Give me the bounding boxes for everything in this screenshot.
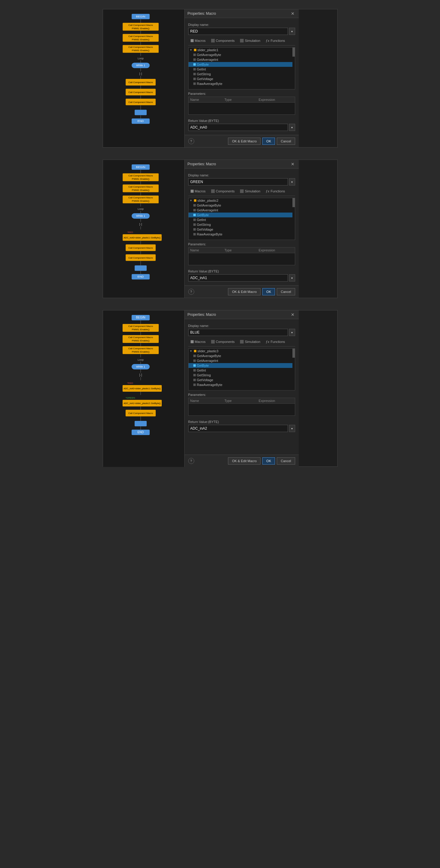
tree-item-3-1[interactable]: GetAverageInt	[188, 358, 295, 363]
cancel-button-1[interactable]: Cancel	[277, 137, 295, 145]
tree-item-1-3[interactable]: GetInt	[188, 67, 295, 72]
params-table-1: Name Type Expression	[188, 97, 295, 115]
tab-simulation-3[interactable]: Simulation	[238, 339, 263, 344]
component-icon-1	[211, 39, 215, 42]
svg-text:BEGIN: BEGIN	[136, 15, 145, 18]
help-button-2[interactable]: ?	[188, 289, 194, 295]
display-name-input-2[interactable]	[188, 178, 288, 185]
return-value-input-1[interactable]	[188, 124, 288, 131]
return-value-label-2: Return Value:(BYTE)	[188, 270, 295, 273]
display-name-dropdown-3[interactable]: ▾	[289, 329, 295, 336]
ok-button-1[interactable]: OK	[262, 137, 275, 145]
tab-macros-label-3: Macros	[195, 340, 206, 343]
tree-item-3-5[interactable]: GetVoltage	[188, 377, 295, 382]
tree-item-icon-1-6	[193, 83, 196, 85]
tree-item-3-3[interactable]: GetInt	[188, 368, 295, 373]
tree-item-2-0[interactable]: GetAverageByte	[188, 203, 295, 208]
ok-edit-button-3[interactable]: OK & Edit Macro	[228, 457, 261, 465]
ok-button-3[interactable]: OK	[262, 457, 275, 465]
tree-scrollbar-thumb-1[interactable]	[292, 48, 295, 57]
display-name-input-1[interactable]	[188, 28, 288, 35]
tree-root-3[interactable]: ▼ slider_plastic3	[188, 349, 295, 353]
svg-text:*RED: *RED	[127, 231, 133, 234]
display-name-input-3[interactable]	[188, 329, 288, 336]
return-value-dropdown-2[interactable]: ▾	[289, 274, 295, 281]
tree-container-2[interactable]: ▼ slider_plastic2 GetAverageByte GetAver…	[188, 198, 295, 240]
display-name-dropdown-2[interactable]: ▾	[289, 178, 295, 185]
tree-item-3-0[interactable]: GetAverageByte	[188, 353, 295, 358]
svg-text:Call Component Macro: Call Component Macro	[128, 35, 153, 38]
tab-macros-2[interactable]: Macros	[188, 188, 208, 194]
tree-item-1-5[interactable]: GetVoltage	[188, 76, 295, 81]
return-value-dropdown-1[interactable]: ▾	[289, 124, 295, 131]
tree-item-2-1[interactable]: GetAverageInt	[188, 208, 295, 213]
tree-item-icon-1-2	[193, 63, 196, 66]
svg-rect-69	[135, 265, 147, 271]
tree-scrollbar-2[interactable]	[292, 198, 295, 240]
dialog-close-button-2[interactable]: ✕	[290, 162, 296, 166]
tree-item-2-5[interactable]: GetVoltage	[188, 227, 295, 232]
return-value-label-1: Return Value:(BYTE)	[188, 119, 295, 123]
tab-functions-3[interactable]: ƒx Functions	[263, 338, 287, 345]
return-value-input-2[interactable]	[188, 274, 288, 281]
svg-text:PWM3::Enable(): PWM3::Enable()	[131, 49, 149, 52]
tree-item-1-1[interactable]: GetAverageInt	[188, 57, 295, 62]
tree-item-2-6[interactable]: RawAverageByte	[188, 232, 295, 237]
tree-item-2-3[interactable]: GetInt	[188, 217, 295, 222]
tree-item-2-4[interactable]: GetString	[188, 222, 295, 227]
tree-item-3-4[interactable]: GetString	[188, 373, 295, 377]
tab-functions-2[interactable]: ƒx Functions	[263, 188, 287, 194]
tree-item-1-0[interactable]: GetAverageByte	[188, 52, 295, 57]
display-name-row-1: ▾	[188, 28, 295, 35]
tree-scrollbar-3[interactable]	[292, 349, 295, 390]
svg-text:[-]: [-]	[139, 222, 142, 226]
tree-item-1-6[interactable]: RawAverageByte	[188, 81, 295, 86]
tab-simulation-2[interactable]: Simulation	[238, 188, 263, 194]
tree-root-2[interactable]: ▼ slider_plastic2	[188, 198, 295, 203]
tree-root-1[interactable]: ▼ slider_plastic1	[188, 48, 295, 52]
help-button-3[interactable]: ?	[188, 458, 194, 464]
tree-item-1-4[interactable]: GetString	[188, 72, 295, 76]
tree-item-label-2-2: GetByte	[197, 213, 209, 217]
ok-edit-button-2[interactable]: OK & Edit Macro	[228, 288, 261, 296]
tree-scrollbar-thumb-3[interactable]	[292, 349, 295, 358]
cancel-button-3[interactable]: Cancel	[277, 457, 295, 465]
flow-canvas-2: BEGIN Call Component Macro PWM1::Enable(…	[103, 160, 184, 298]
cancel-button-2[interactable]: Cancel	[277, 288, 295, 296]
tree-scrollbar-thumb-2[interactable]	[292, 198, 295, 207]
ok-edit-button-1[interactable]: OK & Edit Macro	[228, 137, 261, 145]
tab-macros-1[interactable]: Macros	[188, 38, 208, 43]
display-name-dropdown-1[interactable]: ▾	[289, 28, 295, 35]
display-name-row-2: ▾	[188, 178, 295, 185]
tree-item-2-2[interactable]: GetByte	[188, 213, 295, 217]
dialog-footer-2: ? OK & Edit Macro OK Cancel	[185, 285, 299, 298]
svg-text:ADC_inA0=slider_plastic1::GetB: ADC_inA0=slider_plastic1::GetByte()	[123, 387, 161, 390]
tab-simulation-1[interactable]: Simulation	[238, 38, 263, 43]
tree-item-3-6[interactable]: RawAverageByte	[188, 382, 295, 387]
tab-functions-1[interactable]: ƒx Functions	[263, 37, 287, 44]
return-value-input-3[interactable]	[188, 425, 288, 432]
params-col-type-3: Type	[224, 399, 259, 403]
dialog-close-button-1[interactable]: ✕	[290, 11, 296, 16]
tree-item-label-2-6: RawAverageByte	[197, 232, 223, 236]
tab-components-2[interactable]: Components	[209, 188, 237, 194]
tab-components-1[interactable]: Components	[209, 38, 237, 43]
tree-container-3[interactable]: ▼ slider_plastic3 GetAverageByte GetAver…	[188, 348, 295, 391]
tree-scrollbar-1[interactable]	[292, 48, 295, 89]
params-table-3: Name Type Expression	[188, 398, 295, 416]
tab-components-label-1: Components	[216, 39, 235, 42]
flow-diagram-1: BEGIN Call Component Macro PWM1::Enable(…	[103, 9, 184, 147]
svg-text:Call Component Macro: Call Component Macro	[128, 91, 153, 94]
return-value-dropdown-3[interactable]: ▾	[289, 425, 295, 432]
ok-button-2[interactable]: OK	[262, 288, 275, 296]
tree-item-3-2[interactable]: GetByte	[188, 363, 295, 368]
tab-macros-3[interactable]: Macros	[188, 339, 208, 344]
tab-components-3[interactable]: Components	[209, 339, 237, 344]
tree-item-1-2[interactable]: GetByte	[188, 62, 295, 67]
svg-text:Call Component Macro: Call Component Macro	[128, 196, 153, 199]
tree-item-icon-3-4	[193, 374, 196, 376]
dialog-close-button-3[interactable]: ✕	[290, 312, 296, 317]
help-button-1[interactable]: ?	[188, 138, 194, 144]
tree-container-1[interactable]: ▼ slider_plastic1 GetAverageByte GetAver…	[188, 47, 295, 89]
dialog-body-2: Display name: ▾ Macros Components Simula…	[185, 168, 299, 285]
